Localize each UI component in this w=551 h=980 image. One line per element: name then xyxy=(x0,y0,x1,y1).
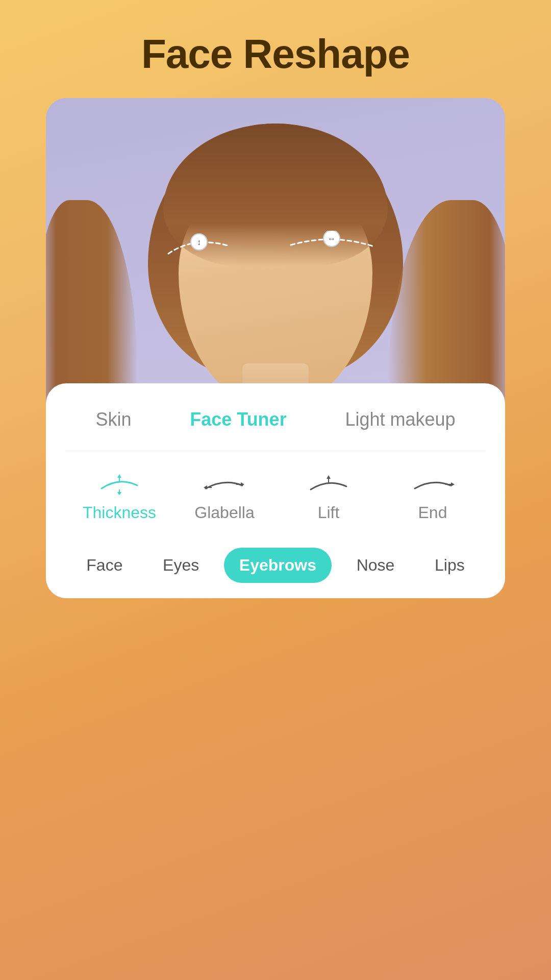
page-title: Face Reshape xyxy=(141,31,410,78)
category-row: Face Eyes Eyebrows Nose Lips xyxy=(66,543,485,583)
tab-face-tuner[interactable]: Face Tuner xyxy=(180,404,296,435)
svg-marker-15 xyxy=(451,482,455,486)
svg-marker-13 xyxy=(327,475,331,479)
end-label: End xyxy=(418,503,447,522)
image-card: ↕ ↔ Skin Face Tuner Light makeup xyxy=(46,98,505,598)
thickness-icon xyxy=(96,472,142,497)
tool-end[interactable]: End xyxy=(397,472,468,522)
svg-text:↔: ↔ xyxy=(328,234,336,243)
tool-lift[interactable]: Lift xyxy=(293,472,364,522)
tools-row: Thickness Glabella xyxy=(66,472,485,522)
category-face[interactable]: Face xyxy=(71,548,138,583)
glabella-icon xyxy=(202,472,247,497)
eyebrow-overlay: ↕ ↔ xyxy=(148,231,403,263)
category-lips[interactable]: Lips xyxy=(419,548,480,583)
category-eyebrows[interactable]: Eyebrows xyxy=(224,548,332,583)
tool-thickness[interactable]: Thickness xyxy=(83,472,156,522)
bottom-panel: Skin Face Tuner Light makeup xyxy=(46,383,505,598)
tab-skin[interactable]: Skin xyxy=(85,404,141,435)
category-eyes[interactable]: Eyes xyxy=(147,548,214,583)
tool-glabella[interactable]: Glabella xyxy=(189,472,260,522)
end-icon xyxy=(410,472,456,497)
lift-label: Lift xyxy=(318,503,340,522)
tabs-row: Skin Face Tuner Light makeup xyxy=(66,404,485,451)
svg-marker-7 xyxy=(117,492,121,495)
category-nose[interactable]: Nose xyxy=(341,548,410,583)
thickness-label: Thickness xyxy=(83,503,156,522)
tab-light-makeup[interactable]: Light makeup xyxy=(335,404,465,435)
glabella-label: Glabella xyxy=(194,503,254,522)
eyebrow-svg: ↕ ↔ xyxy=(148,231,403,261)
lift-icon xyxy=(306,472,352,497)
svg-marker-5 xyxy=(117,474,121,478)
svg-text:↕: ↕ xyxy=(197,238,201,247)
